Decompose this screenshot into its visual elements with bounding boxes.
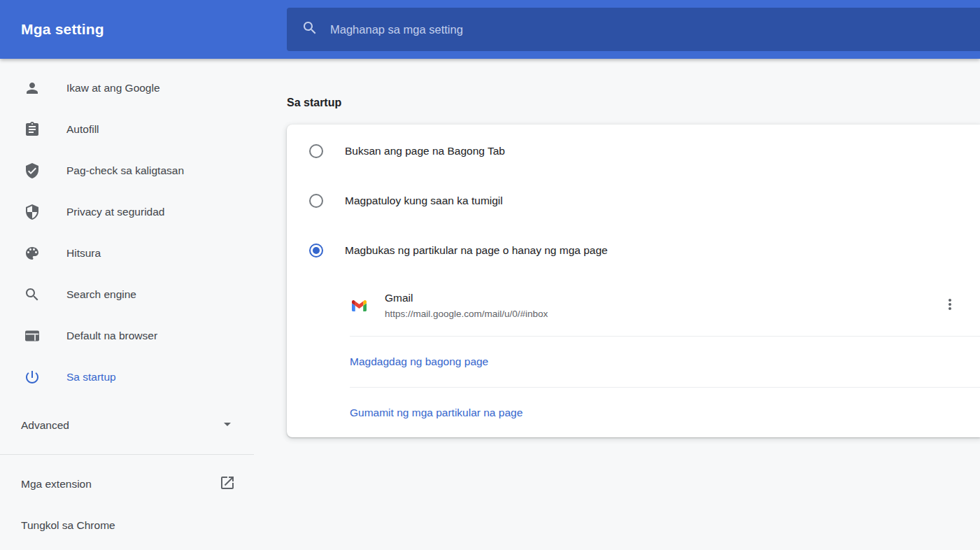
sidebar-item-privacy-security[interactable]: Privacy at seguridad: [0, 191, 254, 232]
use-current-pages-row[interactable]: Gumamit ng mga partikular na page: [287, 388, 980, 437]
search-input[interactable]: [330, 23, 980, 36]
option-label: Magpatuloy kung saan ka tumigil: [345, 195, 503, 207]
about-chrome-label: Tungkol sa Chrome: [21, 519, 115, 532]
person-icon: [24, 80, 41, 97]
settings-content: Sa startup Buksan ang page na Bagong Tab…: [254, 59, 980, 550]
settings-menu: Ikaw at ang Google Autofill Pag-check sa…: [0, 59, 254, 550]
chevron-down-icon: [219, 416, 236, 435]
on-startup-card: Buksan ang page na Bagong Tab Magpatuloy…: [287, 125, 980, 437]
more-vert-icon: [942, 296, 958, 315]
radio-button-icon[interactable]: [309, 244, 323, 258]
search-icon: [301, 20, 318, 39]
advanced-label: Advanced: [21, 419, 69, 432]
sidebar-item-label: Pag-check sa kaligtasan: [66, 164, 184, 177]
radio-button-icon[interactable]: [309, 144, 323, 158]
shield-check-icon: [24, 162, 41, 179]
startup-page-title: Gmail: [385, 291, 548, 305]
startup-page-info: Gmail https://mail.google.com/mail/u/0/#…: [385, 291, 548, 320]
sidebar-item-search-engine[interactable]: Search engine: [0, 274, 254, 315]
sidebar-divider: [0, 454, 254, 455]
palette-icon: [24, 245, 41, 262]
use-current-pages-link[interactable]: Gumamit ng mga partikular na page: [350, 407, 523, 419]
settings-search-box[interactable]: [287, 8, 980, 51]
option-continue-where-left-off[interactable]: Magpatuloy kung saan ka tumigil: [287, 176, 980, 225]
gmail-icon: [352, 300, 367, 311]
section-title: Sa startup: [287, 95, 980, 111]
option-label: Magbukas ng partikular na page o hanay n…: [345, 244, 608, 257]
add-new-page-link[interactable]: Magdagdag ng bagong page: [350, 355, 488, 368]
sidebar-item-extensions[interactable]: Mga extension: [0, 463, 254, 505]
clipboard-icon: [24, 121, 41, 138]
sidebar-item-autofill[interactable]: Autofill: [0, 108, 254, 150]
startup-page-row: Gmail https://mail.google.com/mail/u/0/#…: [287, 275, 980, 336]
option-label: Buksan ang page na Bagong Tab: [345, 145, 505, 157]
browser-window-icon: [24, 327, 41, 344]
sidebar-item-label: Default na browser: [66, 330, 157, 342]
sidebar-item-about-chrome[interactable]: Tungkol sa Chrome: [0, 505, 254, 546]
security-shield-icon: [24, 204, 41, 220]
page-title: Mga setting: [21, 21, 104, 38]
startup-page-url: https://mail.google.com/mail/u/0/#inbox: [385, 307, 548, 320]
sidebar-item-on-startup[interactable]: Sa startup: [0, 356, 254, 397]
sidebar-item-label: Hitsura: [66, 247, 101, 260]
sidebar-item-label: Autofill: [66, 123, 99, 136]
sidebar-item-label: Sa startup: [66, 371, 116, 383]
sidebar-item-safety-check[interactable]: Pag-check sa kaligtasan: [0, 150, 254, 191]
sidebar-item-you-and-google[interactable]: Ikaw at ang Google: [0, 67, 254, 108]
open-in-new-icon: [219, 474, 236, 494]
option-open-specific-pages[interactable]: Magbukas ng partikular na page o hanay n…: [287, 225, 980, 275]
magnifier-icon: [24, 286, 41, 303]
add-new-page-row[interactable]: Magdagdag ng bagong page: [287, 337, 980, 387]
option-open-new-tab[interactable]: Buksan ang page na Bagong Tab: [287, 126, 980, 176]
sidebar-item-label: Privacy at seguridad: [66, 206, 164, 218]
sidebar-item-label: Ikaw at ang Google: [66, 82, 160, 94]
extensions-label: Mga extension: [21, 478, 92, 491]
sidebar-item-label: Search engine: [66, 288, 136, 301]
advanced-toggle[interactable]: Advanced: [0, 404, 254, 446]
sidebar-item-appearance[interactable]: Hitsura: [0, 232, 254, 274]
radio-button-icon[interactable]: [309, 194, 323, 208]
more-actions-button[interactable]: [937, 293, 963, 318]
power-icon: [24, 369, 41, 386]
settings-toolbar: Mga setting: [0, 0, 980, 59]
sidebar-item-default-browser[interactable]: Default na browser: [0, 315, 254, 356]
